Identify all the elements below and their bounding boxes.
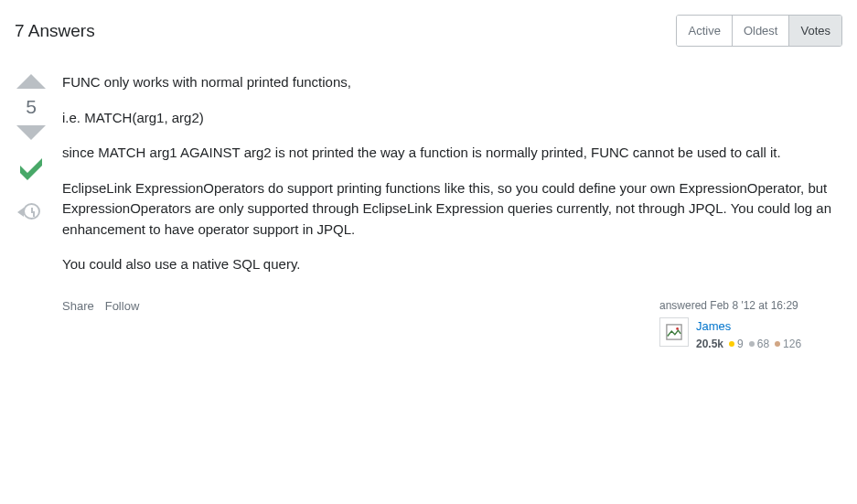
tab-active[interactable]: Active — [677, 16, 732, 46]
answer-paragraph: You could also use a native SQL query. — [62, 254, 842, 275]
answers-count-title: 7 Answers — [15, 21, 95, 41]
tab-oldest[interactable]: Oldest — [733, 16, 790, 46]
history-icon[interactable] — [23, 203, 40, 220]
user-stats: 20.5k 9 68 126 — [696, 336, 801, 352]
vote-count: 5 — [26, 96, 37, 118]
answer-paragraph: since MATCH arg1 AGAINST arg2 is not pri… — [62, 143, 842, 164]
downvote-button[interactable] — [16, 125, 46, 140]
tab-votes[interactable]: Votes — [789, 16, 841, 46]
post-menu: Share Follow — [62, 297, 139, 316]
post-footer: Share Follow answered Feb 8 '12 at 16:29… — [62, 297, 842, 353]
answer-paragraph: i.e. MATCH(arg1, arg2) — [62, 108, 842, 129]
answer-paragraph: EclipseLink ExpressionOperators do suppo… — [62, 178, 842, 241]
avatar[interactable] — [659, 317, 689, 347]
upvote-button[interactable] — [16, 74, 46, 89]
gold-badge: 9 — [729, 336, 744, 352]
accepted-check-icon — [15, 153, 48, 188]
answer-body: FUNC only works with normal printed func… — [62, 72, 842, 352]
share-link[interactable]: Share — [62, 297, 94, 316]
follow-link[interactable]: Follow — [105, 297, 140, 316]
answer-post: 5 FUNC only works with normal printed fu… — [15, 54, 842, 352]
vote-cell: 5 — [15, 72, 48, 352]
user-info-card: answered Feb 8 '12 at 16:29 James 20.5k — [659, 297, 842, 353]
answer-paragraph: FUNC only works with normal printed func… — [62, 72, 842, 93]
answered-time: answered Feb 8 '12 at 16:29 — [659, 297, 842, 314]
user-name-link[interactable]: James — [696, 317, 801, 336]
svg-point-1 — [676, 327, 679, 330]
sort-tabs: Active Oldest Votes — [676, 15, 842, 47]
silver-badge: 68 — [749, 336, 769, 352]
reputation: 20.5k — [696, 336, 723, 352]
bronze-badge: 126 — [775, 336, 801, 352]
broken-image-icon — [666, 324, 682, 340]
